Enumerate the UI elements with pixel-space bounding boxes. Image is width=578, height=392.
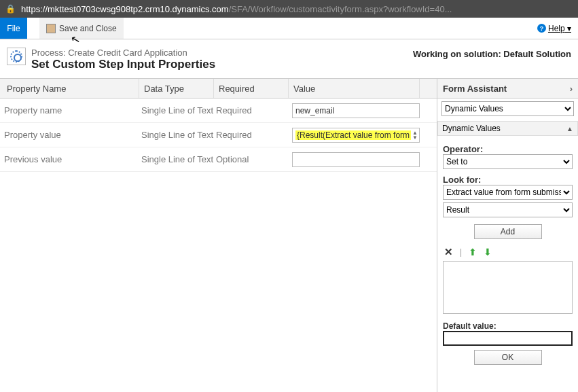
help-icon: ?	[537, 24, 546, 33]
page-header: Process: Create Credit Card Application …	[0, 39, 578, 78]
solution-label: Working on solution: Default Solution	[413, 48, 571, 71]
chevron-right-icon: ›	[570, 84, 573, 94]
save-and-close-label: Save and Close	[59, 24, 117, 33]
col-header-type[interactable]: Data Type	[139, 79, 214, 98]
help-label: Help ▾	[548, 24, 571, 33]
form-assistant-panel: Form Assistant › Dynamic Values Dynamic …	[437, 78, 578, 392]
values-list[interactable]	[443, 261, 573, 314]
url-host: https://mkttest0703cwsg908tp2.crm10.dyna…	[21, 4, 229, 14]
url-path: /SFA/Workflow/customactivityform.aspx?wo…	[229, 4, 452, 14]
properties-panel: Property Name Data Type Required Value P…	[0, 78, 437, 392]
help-button[interactable]: ? Help ▾	[537, 18, 578, 39]
table-header: Property Name Data Type Required Value	[0, 78, 437, 99]
move-down-icon[interactable]: ⬇	[484, 247, 492, 257]
col-header-required[interactable]: Required	[214, 79, 289, 98]
property-value-input[interactable]: {Result(Extract value from form ▲▼	[292, 128, 420, 143]
prop-required: Required	[214, 105, 289, 115]
property-name-input[interactable]	[292, 103, 420, 118]
prop-name: Previous value	[0, 154, 139, 164]
prop-type: Single Line of Text	[139, 105, 214, 115]
prop-name: Property value	[0, 130, 139, 140]
toolbar: File Save and Close ? Help ▾	[0, 18, 578, 39]
operator-select[interactable]: Set to	[443, 154, 573, 169]
prop-type: Single Line of Text	[139, 130, 214, 140]
operator-label: Operator:	[443, 144, 573, 154]
address-bar: 🔒 https://mkttest0703cwsg908tp2.crm10.dy…	[0, 0, 578, 18]
form-assistant-header[interactable]: Form Assistant ›	[437, 78, 578, 99]
remove-icon[interactable]: ✕	[444, 246, 453, 258]
assistant-mode-select[interactable]: Dynamic Values	[441, 101, 574, 116]
table-row: Property value Single Line of Text Requi…	[0, 123, 437, 147]
lock-icon: 🔒	[5, 4, 16, 14]
ok-button[interactable]: OK	[474, 350, 542, 365]
prop-required: Required	[214, 130, 289, 140]
default-value-input[interactable]	[443, 331, 573, 346]
move-up-icon[interactable]: ⬆	[469, 247, 477, 257]
col-header-value[interactable]: Value	[289, 79, 420, 98]
table-row: Property name Single Line of Text Requir…	[0, 99, 437, 123]
previous-value-input[interactable]	[292, 152, 420, 167]
dynamic-value-token: {Result(Extract value from form	[295, 130, 411, 140]
add-button[interactable]: Add	[474, 224, 542, 239]
save-and-close-button[interactable]: Save and Close	[39, 18, 124, 39]
look-for-label: Look for:	[443, 175, 573, 185]
prop-type: Single Line of Text	[139, 154, 214, 164]
prop-name: Property name	[0, 105, 139, 115]
default-value-label: Default value:	[443, 321, 573, 331]
col-header-name[interactable]: Property Name	[0, 79, 139, 98]
page-title: Set Custom Step Input Properties	[31, 58, 215, 71]
file-menu-button[interactable]: File	[0, 18, 27, 39]
workflow-icon	[7, 48, 26, 65]
table-row: Previous value Single Line of Text Optio…	[0, 147, 437, 172]
dynamic-values-section[interactable]: Dynamic Values ▲	[437, 121, 578, 136]
save-icon	[46, 24, 56, 33]
prop-required: Optional	[214, 154, 289, 164]
look-for-entity-select[interactable]: Extract value from form submission	[443, 185, 573, 200]
process-breadcrumb: Process: Create Credit Card Application	[31, 48, 215, 58]
look-for-attribute-select[interactable]: Result	[443, 202, 573, 217]
collapse-icon: ▲	[566, 125, 573, 132]
value-spinner[interactable]: ▲▼	[412, 130, 418, 140]
